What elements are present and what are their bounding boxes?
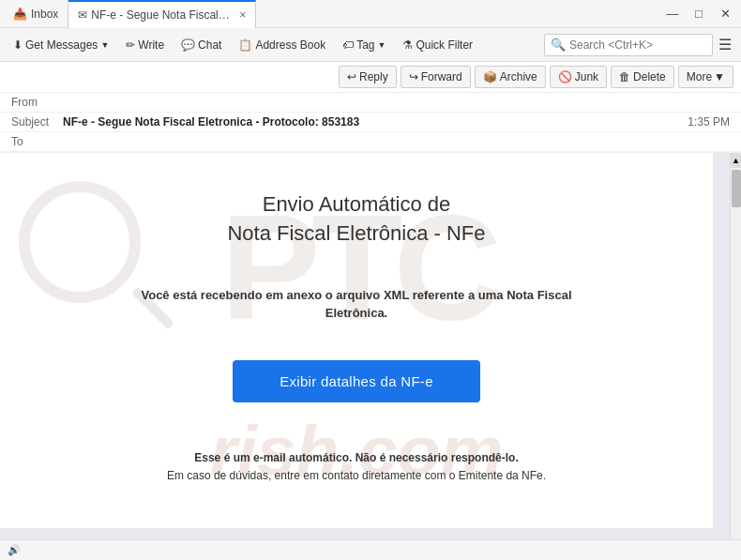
hamburger-button[interactable]: ☰ — [715, 32, 735, 57]
scroll-thumb[interactable] — [732, 170, 741, 207]
toolbar: ⬇ Get Messages ▼ ✏ Write 💬 Chat 📋 Addres… — [0, 28, 741, 62]
close-tab-button[interactable]: × — [239, 8, 246, 22]
write-button[interactable]: ✏ Write — [118, 35, 172, 55]
maximize-button[interactable]: □ — [687, 2, 711, 26]
junk-icon: 🚫 — [558, 70, 572, 83]
chat-button[interactable]: 💬 Chat — [174, 35, 229, 55]
quick-filter-button[interactable]: ⚗ Quick Filter — [395, 35, 480, 55]
email-timestamp: 1:35 PM — [688, 115, 730, 129]
email-content: PTC rish.com Envio Automático de Nota Fi… — [0, 153, 713, 528]
window-controls: — □ ✕ — [660, 2, 737, 26]
email-tab-icon: ✉ — [78, 8, 87, 22]
vertical-scrollbar[interactable]: ▲ — [730, 153, 741, 539]
address-book-button[interactable]: 📋 Address Book — [231, 35, 333, 55]
main-area: ↩ Reply ↪ Forward 📦 Archive 🚫 Junk 🗑 Del… — [0, 62, 741, 560]
status-icon: 🔊 — [8, 544, 21, 556]
subject-value: NF-e - Segue Nota Fiscal Eletronica - Pr… — [63, 115, 688, 129]
email-header: ↩ Reply ↪ Forward 📦 Archive 🚫 Junk 🗑 Del… — [0, 62, 741, 153]
inbox-tab[interactable]: 📥 Inbox — [4, 0, 68, 28]
scroll-up-button[interactable]: ▲ — [731, 153, 742, 168]
email-tab[interactable]: ✉ NF-e - Segue Nota Fiscal El... × — [68, 0, 256, 28]
action-bar: ↩ Reply ↪ Forward 📦 Archive 🚫 Junk 🗑 Del… — [0, 62, 741, 93]
delete-icon: 🗑 — [619, 70, 630, 83]
email-title: Envio Automático de Nota Fiscal Eletrôni… — [227, 190, 485, 249]
tag-button[interactable]: 🏷 Tag ▼ — [335, 35, 393, 55]
subject-label: Subject — [11, 115, 63, 129]
delete-button[interactable]: 🗑 Delete — [611, 66, 674, 88]
from-label: From — [11, 96, 63, 109]
search-box[interactable]: 🔍 — [544, 34, 713, 56]
junk-button[interactable]: 🚫 Junk — [550, 66, 607, 88]
forward-button[interactable]: ↪ Forward — [401, 66, 471, 88]
scrollbar-area: PTC rish.com Envio Automático de Nota Fi… — [0, 153, 741, 539]
tag-icon: 🏷 — [342, 38, 354, 52]
tag-arrow: ▼ — [378, 40, 386, 50]
filter-icon: ⚗ — [402, 38, 413, 52]
get-messages-button[interactable]: ⬇ Get Messages ▼ — [6, 35, 116, 55]
inbox-tab-label: Inbox — [31, 8, 58, 21]
more-arrow-icon: ▼ — [714, 70, 725, 83]
email-body: PTC rish.com Envio Automático de Nota Fi… — [0, 153, 730, 539]
archive-button[interactable]: 📦 Archive — [475, 66, 546, 88]
reply-icon: ↩ — [347, 70, 356, 83]
search-icon: 🔍 — [551, 38, 566, 52]
footer-line1: Esse é um e-mail automático. Não é neces… — [167, 449, 546, 467]
email-main-content: Envio Automático de Nota Fiscal Eletrôni… — [0, 153, 713, 513]
close-button[interactable]: ✕ — [713, 2, 737, 26]
to-label: To — [11, 135, 63, 148]
address-book-icon: 📋 — [238, 38, 252, 52]
more-button[interactable]: More ▼ — [678, 66, 733, 88]
get-messages-icon: ⬇ — [13, 38, 23, 52]
to-row: To — [0, 132, 741, 152]
status-bar: 🔊 — [0, 539, 741, 560]
forward-icon: ↪ — [409, 70, 418, 83]
inbox-icon: 📥 — [13, 8, 27, 21]
footer-line2: Em caso de dúvidas, entre em contato dir… — [167, 467, 546, 485]
search-input[interactable] — [569, 38, 701, 52]
chat-icon: 💬 — [181, 38, 195, 52]
email-body-text: Você está recebendo em anexo o arquivo X… — [122, 286, 591, 323]
get-messages-arrow: ▼ — [100, 40, 109, 50]
reply-button[interactable]: ↩ Reply — [339, 66, 397, 88]
archive-icon: 📦 — [483, 70, 497, 83]
email-footer: Esse é um e-mail automático. Não é neces… — [167, 449, 546, 485]
subject-row: Subject NF-e - Segue Nota Fiscal Eletron… — [0, 113, 741, 132]
title-bar: 📥 Inbox ✉ NF-e - Segue Nota Fiscal El...… — [0, 0, 741, 28]
minimize-button[interactable]: — — [660, 2, 685, 26]
cta-button[interactable]: Exibir datalhes da NF-e — [233, 360, 480, 402]
write-icon: ✏ — [126, 38, 135, 52]
email-tab-label: NF-e - Segue Nota Fiscal El... — [91, 8, 232, 22]
from-row: From — [0, 93, 741, 113]
